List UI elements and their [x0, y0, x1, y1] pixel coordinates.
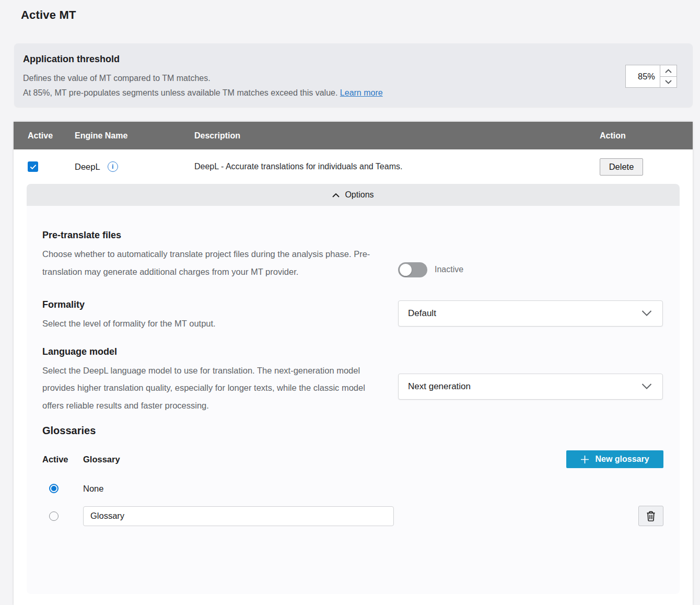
formality-selected-value: Default [408, 308, 436, 319]
threshold-description-line1: Defines the value of MT compared to TM m… [23, 71, 693, 86]
new-glossary-label: New glossary [595, 455, 649, 464]
threshold-title: Application threshold [23, 54, 693, 65]
formality-text: Formality Select the level of formality … [42, 299, 398, 333]
chevron-down-icon [665, 78, 672, 86]
pre-translate-section: Pre-translate files Choose whether to au… [42, 230, 663, 281]
glossary-none-label: None [83, 484, 103, 494]
learn-more-link[interactable]: Learn more [340, 88, 383, 97]
language-model-text: Language model Select the DeepL language… [42, 346, 398, 415]
engine-description: DeepL - Accurate translations for indivi… [180, 162, 586, 171]
action-cell: Delete [586, 158, 693, 176]
pre-translate-toggle-row: Inactive [398, 259, 663, 281]
options-label: Options [345, 190, 374, 200]
formality-section: Formality Select the level of formality … [42, 299, 663, 333]
glossary-custom-radio[interactable] [49, 511, 59, 521]
threshold-value-input[interactable] [625, 65, 660, 88]
glossary-row-custom [42, 506, 663, 526]
toggle-knob [400, 264, 412, 276]
pre-translate-toggle[interactable] [398, 262, 427, 277]
formality-select[interactable]: Default [398, 300, 663, 327]
language-model-title: Language model [42, 346, 398, 357]
glossary-active-header: Active [42, 455, 83, 464]
info-icon[interactable]: i [108, 161, 118, 172]
threshold-description-line2: At 85%, MT pre-populates segments unless… [23, 86, 693, 100]
chevron-down-icon [641, 308, 652, 319]
delete-engine-button[interactable]: Delete [600, 158, 643, 176]
toggle-state-label: Inactive [435, 265, 463, 274]
options-body: Pre-translate files Choose whether to au… [27, 206, 680, 594]
active-cell [14, 161, 61, 172]
spinner-buttons [660, 65, 677, 88]
chevron-up-icon [665, 67, 672, 75]
glossary-name-input[interactable] [83, 506, 394, 526]
language-model-description: Select the DeepL language model to use f… [42, 362, 379, 415]
chevron-up-icon [332, 190, 340, 200]
pre-translate-text: Pre-translate files Choose whether to au… [42, 230, 398, 281]
header-description: Description [180, 131, 586, 141]
delete-glossary-button[interactable] [638, 506, 663, 526]
header-active: Active [14, 131, 61, 141]
language-model-select[interactable]: Next generation [398, 374, 663, 400]
formality-title: Formality [42, 299, 398, 310]
glossaries-header-row: Active Glossary New glossary [42, 450, 663, 468]
page-title: Active MT [21, 8, 76, 22]
engine-name-cell: DeepL i [61, 161, 180, 172]
glossary-name-header: Glossary [83, 455, 120, 464]
engine-table-header: Active Engine Name Description Action [14, 122, 693, 149]
radio-dot [51, 486, 56, 491]
application-threshold-panel: Application threshold Defines the value … [14, 43, 693, 107]
pre-translate-title: Pre-translate files [42, 230, 398, 241]
header-action: Action [586, 131, 693, 141]
pre-translate-description: Choose whether to automatically translat… [42, 246, 379, 281]
glossary-radio-cell [42, 484, 83, 493]
spinner-decrement-button[interactable] [660, 77, 677, 88]
glossaries-section: Glossaries Active Glossary New glossary … [42, 425, 663, 526]
new-glossary-button[interactable]: New glossary [566, 450, 663, 468]
glossary-radio-cell [42, 511, 83, 521]
language-model-section: Language model Select the DeepL language… [42, 346, 663, 415]
formality-description: Select the level of formality for the MT… [42, 315, 379, 333]
glossary-row-none: None [42, 483, 663, 494]
glossary-none-radio[interactable] [49, 484, 59, 493]
threshold-spinner [625, 65, 677, 88]
engine-name: DeepL [75, 162, 100, 172]
options-section: Options Pre-translate files Choose wheth… [27, 184, 680, 594]
plus-icon [580, 455, 589, 464]
chevron-down-icon [641, 381, 652, 392]
table-row: DeepL i DeepL - Accurate translations fo… [14, 149, 693, 184]
options-collapse-bar[interactable]: Options [27, 184, 680, 206]
spinner-increment-button[interactable] [660, 65, 677, 77]
formality-select-col: Default [398, 299, 663, 333]
engine-table: Active Engine Name Description Action De… [14, 122, 693, 605]
header-engine-name: Engine Name [61, 131, 180, 141]
glossaries-title: Glossaries [42, 425, 663, 437]
active-checkbox[interactable] [28, 161, 38, 172]
trash-icon [646, 510, 656, 522]
language-model-select-col: Next generation [398, 346, 663, 415]
check-icon [30, 162, 37, 172]
language-model-selected-value: Next generation [408, 381, 471, 392]
threshold-description-line2-text: At 85%, MT pre-populates segments unless… [23, 88, 337, 97]
